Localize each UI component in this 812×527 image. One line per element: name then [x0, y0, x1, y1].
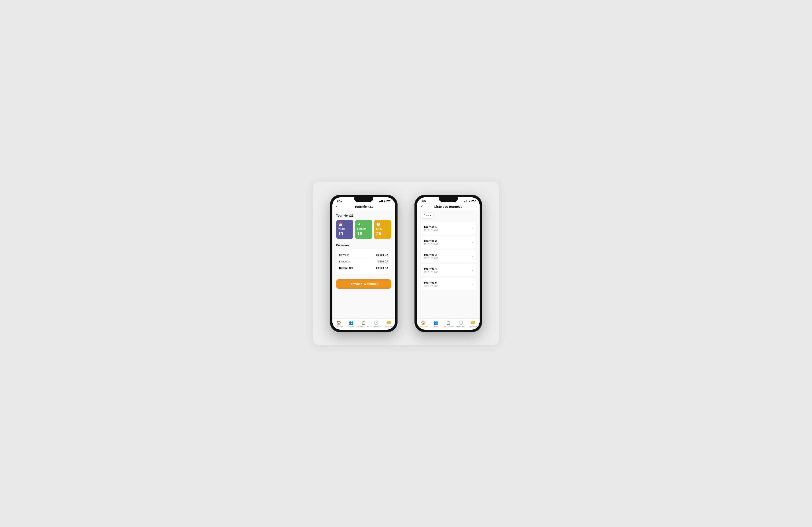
- battery-icon-1: [387, 200, 390, 202]
- status-time-2: 9:41: [422, 199, 426, 202]
- nav-label-clients-2: Clients: [433, 326, 439, 328]
- cta-button-1[interactable]: Terminer La Tournée: [336, 279, 391, 289]
- nav-item-depenses-2[interactable]: 💳 Dépenses: [467, 320, 480, 328]
- nav-icon-clients-2: 👥: [434, 320, 438, 325]
- expense-value-depenses: 1 500 DA: [377, 260, 388, 263]
- nav-icon-dashboard-1: 🏠: [336, 320, 341, 325]
- nav-icon-commandes-2: 📋: [446, 320, 451, 325]
- depenses-label-1: Dépenses: [336, 243, 391, 247]
- list-item-info-2: Tournée 2 2020 / 01 / 02: [424, 239, 438, 245]
- stats-row-1: 📅 Visités 11 💵 Facturés 18 🕐 En at... 25: [336, 220, 391, 239]
- list-item-date-5: 2020 / 01 / 02: [424, 285, 438, 287]
- nav-item-operations-2[interactable]: 🕐 Opérations: [455, 320, 467, 328]
- nav-icon-dashboard-2: 🏠: [421, 320, 426, 325]
- nav-item-dashboard-1[interactable]: 🏠 Dashboard: [332, 320, 345, 328]
- expenses-section: Revenus 30 000 DA Dépenses 1 500 DA Reve…: [336, 249, 391, 274]
- expense-row-depenses: Dépenses 1 500 DA: [339, 258, 388, 265]
- chevron-right-5: ›: [472, 283, 473, 286]
- section-title-1: Tournée #21: [336, 214, 391, 217]
- date-filter-button[interactable]: Date ▾: [421, 213, 434, 219]
- notch-2: [439, 197, 458, 202]
- expense-row-net: Revenu Net 28 500 DA: [339, 265, 388, 271]
- list-item-date-2: 2020 / 01 / 02: [424, 243, 438, 245]
- list-content-2: Tournée 1 2020 / 01 / 02 › Tournée 2 202…: [417, 221, 480, 318]
- nav-item-dashboard-2[interactable]: 🏠 Dashboard: [417, 320, 430, 328]
- expense-label-net: Revenu Net: [339, 267, 353, 270]
- chevron-right-2: ›: [472, 241, 473, 244]
- list-item-info-5: Tournée 5 2020 / 01 / 02: [424, 281, 438, 287]
- stat-label-visited: Visités: [338, 228, 351, 230]
- status-bar-2: 9:41 ▲: [417, 197, 480, 203]
- date-filter-label: Date: [423, 214, 429, 217]
- list-item-date-4: 2020 / 01 / 02: [424, 271, 438, 273]
- status-icons-1: ▲: [379, 200, 390, 202]
- screen-content-1: Tournée #21 📅 Visités 11 💵 Facturés 18 �: [332, 210, 395, 318]
- status-time-1: 9:41: [337, 199, 342, 202]
- nav-icon-depenses-2: 💳: [471, 320, 476, 325]
- list-item-info-1: Tournée 1 2020 / 01 / 02: [424, 225, 438, 231]
- expense-row-revenus: Revenus 30 000 DA: [339, 252, 388, 258]
- nav-item-clients-2[interactable]: 👥 Clients: [430, 320, 442, 328]
- list-item-4[interactable]: Tournée 4 2020 / 01 / 02 ›: [421, 264, 476, 276]
- stat-icon-visited: 📅: [338, 222, 351, 226]
- list-item-name-1: Tournée 1: [424, 225, 438, 228]
- expense-value-net: 28 500 DA: [376, 267, 388, 270]
- chevron-right-1: ›: [472, 227, 473, 230]
- list-item-info-4: Tournée 4 2020 / 01 / 02: [424, 267, 438, 273]
- stat-card-pending[interactable]: 🕐 En at... 25: [374, 220, 391, 239]
- bottom-nav-1: 🏠 Dashboard 👥 Clients 📋 Commandes 🕐 Opér…: [332, 318, 395, 330]
- phone-2-screen: 9:41 ▲ < Liste des tourné: [417, 197, 480, 330]
- list-item-2[interactable]: Tournée 2 2020 / 01 / 02 ›: [421, 236, 476, 249]
- stat-value-pending: 25: [376, 231, 389, 237]
- app-header-1: < Tournée #21: [332, 203, 395, 210]
- nav-item-depenses-1[interactable]: 💳 Dépenses: [382, 320, 395, 328]
- stat-label-invoiced: Facturés: [357, 228, 370, 230]
- stat-value-invoiced: 18: [357, 231, 370, 237]
- stat-card-invoiced[interactable]: 💵 Facturés 18: [355, 220, 372, 239]
- status-icons-2: ▲: [464, 200, 475, 202]
- nav-item-operations-1[interactable]: 🕐 Opérations: [370, 320, 382, 328]
- expense-label-depenses: Dépenses: [339, 260, 351, 263]
- back-button-1[interactable]: <: [336, 205, 341, 208]
- nav-label-depenses-1: Dépenses: [385, 326, 393, 328]
- phone-1-screen: 9:41 ▲ < Tournée #21: [332, 197, 395, 330]
- battery-fill-2: [472, 200, 474, 201]
- list-item-info-3: Tournée 3 2020 / 01 / 02: [424, 253, 438, 259]
- list-item-name-3: Tournée 3: [424, 253, 438, 256]
- list-item-5[interactable]: Tournée 5 2020 / 01 / 02 ›: [421, 278, 476, 290]
- nav-label-commandes-1: Commandes: [358, 326, 369, 328]
- nav-icon-commandes-1: 📋: [361, 320, 366, 325]
- stat-value-visited: 11: [338, 231, 351, 237]
- header-title-2: Liste des tournées: [426, 205, 471, 208]
- chevron-right-4: ›: [472, 269, 473, 272]
- notch-1: [354, 197, 373, 202]
- date-filter-chevron: ▾: [430, 214, 431, 217]
- battery-fill-1: [387, 200, 390, 201]
- list-item-3[interactable]: Tournée 3 2020 / 01 / 02 ›: [421, 250, 476, 262]
- chevron-right-3: ›: [472, 255, 473, 258]
- list-item-date-3: 2020 / 01 / 02: [424, 257, 438, 259]
- back-button-2[interactable]: <: [421, 205, 426, 208]
- header-title-1: Tournée #21: [341, 205, 386, 208]
- nav-icon-clients-1: 👥: [349, 320, 353, 325]
- nav-item-commandes-1[interactable]: 📋 Commandes: [357, 320, 370, 328]
- stat-label-pending: En at...: [376, 228, 389, 230]
- list-item-name-4: Tournée 4: [424, 267, 438, 270]
- expense-label-revenus: Revenus: [339, 254, 349, 257]
- nav-icon-operations-1: 🕐: [374, 320, 378, 325]
- filter-bar-2: Date ▾: [417, 210, 480, 221]
- phone-2: 9:41 ▲ < Liste des tourné: [415, 195, 482, 332]
- stat-card-visited[interactable]: 📅 Visités 11: [336, 220, 353, 239]
- list-item-name-5: Tournée 5: [424, 281, 438, 284]
- nav-label-operations-2: Opérations: [456, 326, 465, 328]
- nav-item-clients-1[interactable]: 👥 Clients: [345, 320, 357, 328]
- nav-item-commandes-2[interactable]: 📋 Commandes: [442, 320, 454, 328]
- nav-label-clients-1: Clients: [348, 326, 354, 328]
- nav-label-operations-1: Opérations: [372, 326, 381, 328]
- stat-icon-invoiced: 💵: [357, 222, 370, 226]
- status-bar-1: 9:41 ▲: [332, 197, 395, 203]
- bottom-nav-2: 🏠 Dashboard 👥 Clients 📋 Commandes 🕐 Opér…: [417, 318, 480, 330]
- signal-icon-2: [464, 200, 467, 202]
- app-header-2: < Liste des tournées: [417, 203, 480, 210]
- list-item-1[interactable]: Tournée 1 2020 / 01 / 02 ›: [421, 222, 476, 235]
